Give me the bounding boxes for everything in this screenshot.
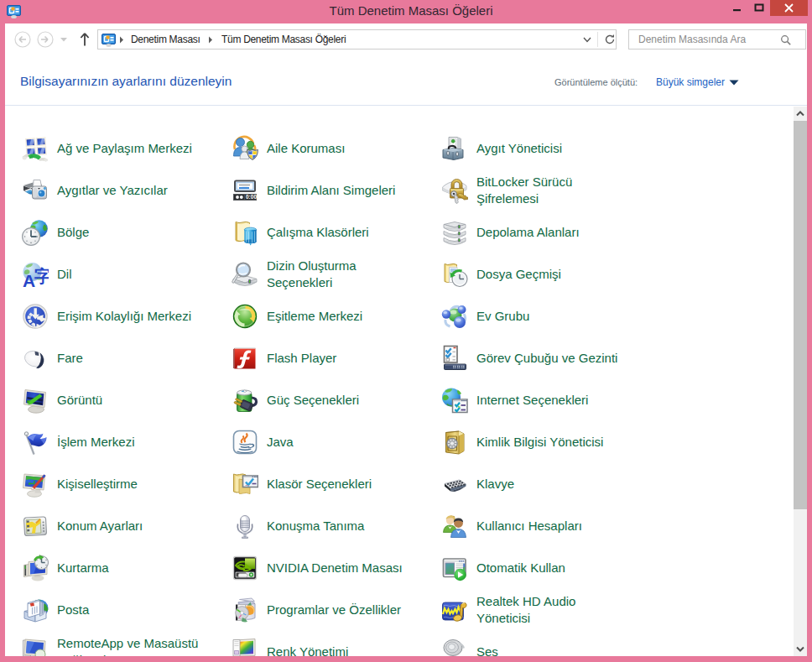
svg-text:字: 字 bbox=[34, 267, 49, 285]
svg-text:0:00: 0:00 bbox=[246, 194, 257, 200]
svg-text:A: A bbox=[23, 271, 35, 288]
